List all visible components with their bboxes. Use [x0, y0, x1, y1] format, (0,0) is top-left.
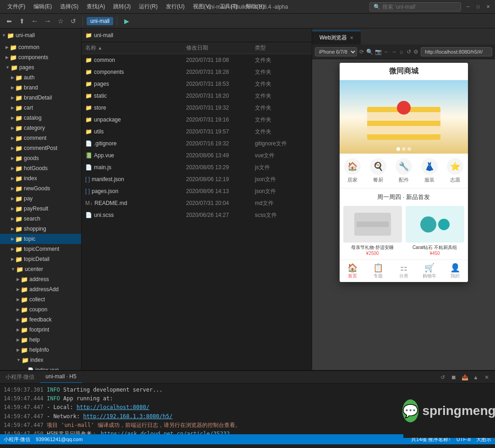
log-faq-url[interactable]: https://ask.dcloud.net.cn/article/35232 — [101, 431, 230, 434]
sidebar-item-index[interactable]: ▼📁index — [0, 355, 81, 365]
sidebar-item-payResult[interactable]: ▶📁payResult — [0, 204, 81, 214]
menu-run[interactable]: 运行(R) — [135, 1, 161, 12]
product-card-2[interactable]: Carat钻石 不粘厨具组 ¥450 — [406, 206, 464, 256]
sort-icon[interactable]: ▲ — [98, 45, 102, 50]
nav-home[interactable]: 🏠 首页 — [340, 260, 365, 282]
close-button[interactable]: ✕ — [485, 4, 491, 10]
sidebar-item-topic[interactable]: ▶📁topic — [0, 234, 81, 244]
run-button[interactable]: ▶ — [121, 16, 132, 27]
file-row[interactable]: 📁 store 2020/07/31 19:32 文件夹 — [82, 102, 312, 114]
forward-button[interactable]: ⬆ — [16, 16, 28, 27]
menu-find[interactable]: 查找(A) — [83, 1, 109, 12]
log-network-url[interactable]: http://192.168.1.3:8080/h5/ — [83, 413, 172, 420]
menu-jump[interactable]: 跳转(J) — [110, 1, 134, 12]
file-row[interactable]: 📁 utils 2020/07/31 19:57 文件夹 — [82, 126, 312, 138]
url-input[interactable] — [421, 47, 492, 56]
console-tab-h5[interactable]: uni-mall · H5 — [40, 371, 82, 383]
cat-accessories[interactable]: 🔧 配件 — [396, 158, 412, 183]
nav-back-btn[interactable]: ← — [384, 47, 389, 57]
sidebar-item-auth[interactable]: ▶📁auth — [0, 72, 81, 83]
col-header-type[interactable]: 类型 — [255, 44, 301, 52]
cat-home[interactable]: 🏠 居家 — [344, 158, 361, 183]
sidebar-item-hotGoods[interactable]: ▶📁hotGoods — [0, 163, 81, 173]
console-close-btn[interactable]: ✕ — [482, 373, 491, 382]
sidebar-item-help[interactable]: ▶📁help — [0, 335, 81, 345]
sidebar-item-pay[interactable]: ▶📁pay — [0, 194, 81, 204]
minimize-button[interactable]: ─ — [465, 4, 471, 10]
cat-kitchen[interactable]: 🍳 餐厨 — [370, 158, 386, 183]
sidebar-item-helpInfo[interactable]: ▶📁helpInfo — [0, 345, 81, 355]
nav-back[interactable]: ← — [29, 16, 40, 27]
sidebar-item-pages[interactable]: ▼📁pages — [0, 62, 81, 72]
col-header-date[interactable]: 修改日期 — [186, 44, 255, 52]
console-refresh-btn[interactable]: ↺ — [438, 373, 447, 382]
sidebar-item-addressAdd[interactable]: ▶📁addressAdd — [0, 284, 81, 294]
file-row[interactable]: M↓ README.md 2020/07/31 20:04 md文件 — [82, 197, 312, 209]
nav-cart[interactable]: 🛒 购物车 — [417, 260, 442, 282]
sidebar-root-item[interactable]: ▼ 📁 uni-mall — [0, 30, 81, 40]
file-row[interactable]: [ ] pages.json 2020/08/06 14:13 json文件 — [82, 185, 312, 197]
file-row[interactable]: [ ] manifest.json 2020/08/06 12:19 json文… — [82, 173, 312, 185]
product-card-1[interactable]: 母亲节礼物·舒适安睡 ¥2500 — [343, 206, 402, 256]
sidebar-item-coupon[interactable]: ▶📁coupon — [0, 304, 81, 315]
sidebar-item-comment[interactable]: ▶📁comment — [0, 133, 81, 143]
file-row[interactable]: 📗 App.vue 2020/08/06 13:49 vue文件 — [82, 149, 312, 161]
col-header-name[interactable]: 名称 ▲ — [85, 44, 186, 52]
file-row[interactable]: 📄 .gitignore 2020/07/16 19:32 gitignore文… — [82, 138, 312, 149]
sidebar-item-components[interactable]: ▶📁components — [0, 52, 81, 62]
sidebar-item-index[interactable]: ▶📁index — [0, 173, 81, 183]
nav-forward-btn[interactable]: → — [391, 47, 396, 57]
devtools-btn[interactable]: ⚙ — [413, 47, 419, 57]
menu-file[interactable]: 文件(F) — [4, 1, 29, 12]
nav-mine[interactable]: 👤 我的 — [442, 260, 468, 282]
refresh-button[interactable]: ↺ — [68, 16, 79, 27]
browser-tab-web[interactable]: Web浏览器 ✕ — [312, 31, 361, 44]
sidebar-item-common[interactable]: ▶📁common — [0, 42, 81, 52]
cat-clothing[interactable]: 👗 服装 — [421, 158, 438, 183]
search-bar[interactable]: 🔍 — [369, 2, 461, 11]
sidebar-item-cart[interactable]: ▶📁cart — [0, 103, 81, 113]
cat-volunteer[interactable]: ⭐ 志愿 — [447, 158, 463, 183]
sidebar-item-topicComment[interactable]: ▶📁topicComment — [0, 244, 81, 254]
sidebar-item-newGoods[interactable]: ▶📁newGoods — [0, 183, 81, 194]
sidebar-item-collect[interactable]: ▶📁collect — [0, 294, 81, 304]
file-row[interactable]: 📁 unpackage 2020/07/31 19:16 文件夹 — [82, 114, 312, 126]
browser-tab-close[interactable]: ✕ — [350, 35, 353, 40]
sidebar-item-indexvue[interactable]: 📄index.vue — [0, 365, 81, 370]
screenshot-button[interactable]: 📷 — [375, 47, 382, 57]
sidebar-item-search[interactable]: ▶📁search — [0, 214, 81, 224]
file-row[interactable]: 📁 components 2020/07/31 18:28 文件夹 — [82, 66, 312, 78]
sidebar-item-ucenter[interactable]: ▼📁ucenter — [0, 264, 81, 274]
rotate-button[interactable]: ⟳ — [359, 47, 364, 57]
sidebar-item-shopping[interactable]: ▶📁shopping — [0, 224, 81, 234]
sidebar-item-category[interactable]: ▶📁category — [0, 123, 81, 133]
sidebar-item-footprint[interactable]: ▶📁footprint — [0, 325, 81, 335]
sidebar-item-topicDetail[interactable]: ▶📁topicDetail — [0, 254, 81, 264]
maximize-button[interactable]: □ — [475, 4, 481, 10]
inspect-button[interactable]: 🔍 — [366, 47, 373, 57]
refresh-btn[interactable]: ↺ — [406, 47, 412, 57]
file-row[interactable]: 📁 static 2020/07/31 18:20 文件夹 — [82, 90, 312, 102]
file-row[interactable]: 📁 common 2020/07/31 18:08 文件夹 — [82, 54, 312, 66]
home-btn[interactable]: ⌂ — [399, 47, 404, 57]
menu-edit[interactable]: 编辑(E) — [30, 1, 55, 12]
sidebar-item-address[interactable]: ▶📁address — [0, 274, 81, 284]
console-up-btn[interactable]: ▲ — [471, 373, 480, 382]
menu-select[interactable]: 选择(S) — [56, 1, 82, 12]
file-row[interactable]: 📄 main.js 2020/08/05 13:29 js文件 — [82, 161, 312, 173]
file-row[interactable]: 📄 uni.scss 2020/06/26 14:27 scss文件 — [82, 209, 312, 221]
sidebar-item-commentPost[interactable]: ▶📁commentPost — [0, 143, 81, 153]
file-row[interactable]: 📁 pages 2020/07/31 18:53 文件夹 — [82, 78, 312, 90]
sidebar-item-catalog[interactable]: ▶📁catalog — [0, 113, 81, 123]
back-button[interactable]: ⬅ — [4, 16, 15, 27]
console-tab-miniapp[interactable]: 小程序·微信 — [0, 371, 40, 383]
sidebar-item-feedback[interactable]: ▶📁feedback — [0, 315, 81, 325]
search-input[interactable] — [382, 4, 456, 10]
bookmark-button[interactable]: ☆ — [55, 16, 66, 27]
sidebar-item-brand[interactable]: ▶📁brand — [0, 83, 81, 93]
device-selector[interactable]: iPhone 6/7/8 — [315, 47, 357, 56]
menu-publish[interactable]: 发行(U) — [162, 1, 188, 12]
nav-topic[interactable]: 📋 专题 — [365, 260, 391, 282]
sidebar-item-brandDetail[interactable]: ▶📁brandDetail — [0, 93, 81, 103]
sidebar-item-goods[interactable]: ▶📁goods — [0, 153, 81, 163]
